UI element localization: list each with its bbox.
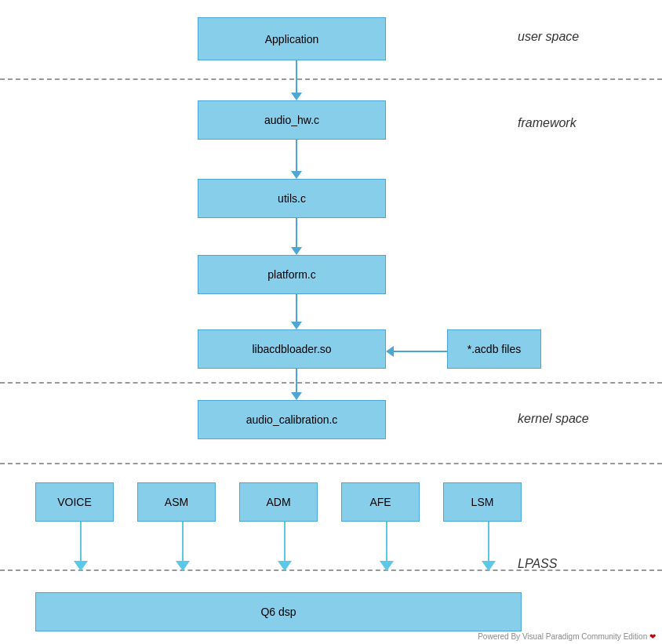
arrow-acdb-to-libacdb: [386, 346, 455, 357]
arrow-audio-hw-to-utils: [291, 140, 302, 179]
arrow-voice-to-q6: [74, 522, 88, 571]
libacdb-box: libacdbloader.so: [198, 329, 386, 369]
kernel-space-label: kernel space: [518, 412, 589, 426]
arrow-asm-to-q6: [176, 522, 190, 571]
audio-hw-box: audio_hw.c: [198, 100, 386, 140]
lsm-box: LSM: [443, 482, 522, 522]
arrow-adm-to-q6: [278, 522, 292, 571]
watermark-icon: ❤: [649, 632, 656, 641]
watermark-text: Powered By Visual Paradigm Community Edi…: [478, 632, 647, 641]
dashed-line-4: [0, 569, 662, 571]
framework-label: framework: [518, 116, 577, 130]
acdb-files-box: *.acdb files: [447, 329, 541, 369]
voice-box: VOICE: [35, 482, 114, 522]
arrow-libacdb-to-audiocal: [291, 369, 302, 400]
asm-box: ASM: [137, 482, 216, 522]
q6dsp-box: Q6 dsp: [35, 592, 522, 631]
utils-box: utils.c: [198, 179, 386, 218]
audio-cal-box: audio_calibration.c: [198, 400, 386, 439]
application-box: Application: [198, 17, 386, 60]
arrow-platform-to-libacdb: [291, 294, 302, 329]
dashed-line-1: [0, 78, 662, 80]
dashed-line-3: [0, 463, 662, 464]
dashed-line-2: [0, 382, 662, 384]
arrow-afe-to-q6: [380, 522, 394, 571]
arrow-lsm-to-q6: [482, 522, 496, 571]
diagram-container: user space framework kernel space LPASS: [0, 0, 662, 644]
watermark: Powered By Visual Paradigm Community Edi…: [478, 632, 656, 641]
arrow-app-to-audio-hw: [291, 60, 302, 100]
arrow-utils-to-platform: [291, 218, 302, 255]
adm-box: ADM: [239, 482, 318, 522]
afe-box: AFE: [341, 482, 420, 522]
user-space-label: user space: [518, 30, 579, 44]
platform-box: platform.c: [198, 255, 386, 294]
